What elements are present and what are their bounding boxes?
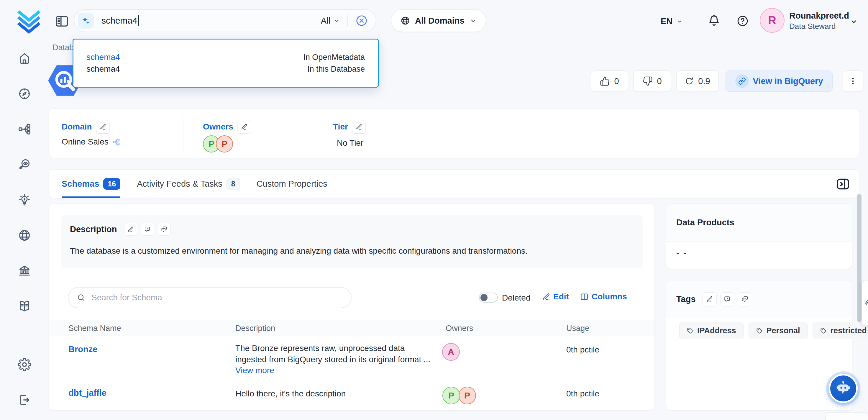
user-menu-chevron[interactable] bbox=[849, 17, 858, 26]
suggestion-item[interactable]: schema4 In OpenMetadata bbox=[86, 51, 365, 63]
domain-value[interactable]: Online Sales bbox=[62, 137, 108, 147]
schema-name-link[interactable]: Bronze bbox=[68, 344, 97, 354]
edit-description-button[interactable] bbox=[124, 223, 137, 236]
tags-title: Tags bbox=[676, 294, 696, 304]
schema-search-box[interactable] bbox=[68, 287, 351, 308]
columns-config-button[interactable]: Columns bbox=[580, 292, 627, 301]
pencil-icon bbox=[127, 226, 134, 233]
downvote-count: 0 bbox=[657, 77, 661, 86]
quality-score-button[interactable]: 0.9 bbox=[676, 70, 718, 92]
tag-chip[interactable]: restricted bbox=[812, 322, 868, 339]
upvote-button[interactable]: 0 bbox=[591, 70, 628, 92]
tags-card: Tags IPAddress Personal restricted bbox=[666, 280, 852, 411]
tier-value: No Tier bbox=[337, 138, 363, 148]
request-tags-button[interactable] bbox=[720, 292, 734, 306]
sidebar-item-glossary[interactable] bbox=[18, 299, 32, 313]
quality-score-value: 0.9 bbox=[698, 77, 710, 86]
edit-tags-button[interactable] bbox=[703, 292, 717, 306]
owner-avatar[interactable]: P bbox=[458, 387, 476, 404]
help-button[interactable] bbox=[736, 14, 749, 27]
downvote-button[interactable]: 0 bbox=[633, 70, 671, 92]
column-header[interactable]: Schema Name bbox=[68, 324, 121, 333]
bank-icon bbox=[18, 264, 31, 277]
chat-bot-button[interactable] bbox=[829, 374, 858, 403]
compass-icon bbox=[18, 87, 31, 100]
sidebar-item-home[interactable] bbox=[18, 51, 32, 65]
chat-bubbles-icon bbox=[741, 296, 749, 303]
all-domains-label: All Domains bbox=[415, 16, 465, 26]
kebab-icon bbox=[848, 77, 857, 86]
tab-schemas[interactable]: Schemas 16 bbox=[62, 169, 120, 198]
sidebar-item-insights[interactable] bbox=[18, 193, 32, 207]
app-root: schema4 All All Domains EN R Rounakpreet… bbox=[0, 0, 868, 420]
upvote-count: 0 bbox=[614, 77, 619, 86]
sidebar-item-govern[interactable] bbox=[18, 264, 32, 278]
deleted-toggle-label: Deleted bbox=[502, 293, 531, 303]
tag-chip-label: restricted bbox=[831, 326, 867, 335]
search-suggestions-dropdown: schema4 In OpenMetadata schema4 In this … bbox=[72, 39, 379, 88]
search-scope-select[interactable]: All bbox=[321, 16, 340, 26]
tab-label: Schemas bbox=[62, 179, 99, 189]
owner-avatar-initial: P bbox=[209, 139, 214, 149]
sidebar-toggle-icon[interactable] bbox=[54, 13, 70, 29]
notifications-button[interactable] bbox=[707, 14, 721, 27]
tag-chip[interactable]: IPAddress bbox=[679, 322, 744, 339]
ai-sparkle-icon[interactable] bbox=[78, 13, 94, 29]
globe-icon bbox=[18, 229, 31, 242]
suggestion-item[interactable]: schema4 In this Database bbox=[86, 63, 365, 75]
tab-activity-feeds[interactable]: Activity Feeds & Tasks 8 bbox=[137, 169, 240, 198]
search-input[interactable]: schema4 bbox=[101, 15, 321, 26]
more-actions-button[interactable] bbox=[843, 70, 863, 92]
data-products-title: Data Products bbox=[676, 218, 734, 228]
all-domains-filter[interactable]: All Domains bbox=[391, 9, 486, 32]
openmetadata-logo[interactable] bbox=[15, 6, 43, 35]
columns-config-label: Columns bbox=[592, 292, 627, 301]
user-menu[interactable]: Rounakpreet.d Data Steward bbox=[789, 10, 849, 31]
sidebar-item-observability[interactable] bbox=[18, 157, 32, 172]
column-header[interactable]: Usage bbox=[566, 324, 589, 333]
search-clear-button[interactable] bbox=[355, 14, 368, 27]
sidebar-item-logout[interactable] bbox=[18, 393, 32, 407]
column-header[interactable]: Owners bbox=[446, 324, 473, 333]
request-description-button[interactable] bbox=[141, 223, 154, 236]
conversations-icon-button[interactable] bbox=[158, 223, 171, 236]
language-value: EN bbox=[661, 17, 673, 26]
view-more-link[interactable]: View more bbox=[235, 366, 430, 375]
breadcrumb[interactable]: Datab bbox=[53, 43, 74, 52]
expand-right-panel-button[interactable] bbox=[835, 176, 850, 192]
language-selector[interactable]: EN bbox=[661, 15, 683, 28]
sidebar-item-platform[interactable] bbox=[18, 122, 32, 136]
tab-custom-properties[interactable]: Custom Properties bbox=[257, 169, 328, 198]
global-search-bar[interactable]: schema4 All bbox=[74, 9, 376, 32]
sidebar-item-settings[interactable] bbox=[18, 357, 32, 371]
gear-icon bbox=[18, 358, 31, 371]
tag-icon bbox=[687, 327, 694, 334]
collapsed-side-widget[interactable] bbox=[862, 281, 868, 326]
edit-domain-button[interactable] bbox=[96, 120, 110, 133]
suggestion-context: In this Database bbox=[307, 65, 365, 74]
flow-icon bbox=[18, 122, 31, 136]
columns-icon bbox=[580, 292, 589, 301]
tag-chip[interactable]: Personal bbox=[749, 322, 808, 339]
owner-avatar[interactable]: P bbox=[216, 136, 233, 152]
owner-avatar[interactable]: P bbox=[442, 387, 460, 404]
sidebar-item-domains[interactable] bbox=[18, 228, 32, 242]
view-in-bigquery-button[interactable]: View in BigQuery bbox=[725, 70, 833, 92]
edit-owners-button[interactable] bbox=[238, 120, 251, 133]
sidebar-divider bbox=[11, 336, 38, 336]
sidebar-item-explore[interactable] bbox=[18, 87, 32, 101]
tags-conversations-button[interactable] bbox=[738, 292, 752, 306]
page-scrollbar[interactable] bbox=[857, 194, 862, 322]
column-header[interactable]: Description bbox=[235, 324, 275, 333]
schema-search-input[interactable] bbox=[91, 293, 343, 303]
owner-avatar[interactable]: A bbox=[442, 343, 460, 361]
deleted-toggle[interactable] bbox=[479, 293, 498, 303]
schema-name-link[interactable]: dbt_jaffle bbox=[68, 388, 106, 398]
tags-header: Tags bbox=[666, 280, 852, 318]
user-avatar[interactable]: R bbox=[760, 8, 784, 33]
entity-tab-bar: Schemas 16 Activity Feeds & Tasks 8 Cust… bbox=[49, 169, 859, 198]
comment-question-icon bbox=[723, 296, 731, 303]
edit-tier-button[interactable] bbox=[352, 120, 366, 133]
owner-avatar-initial: P bbox=[464, 390, 470, 400]
edit-table-button[interactable]: Edit bbox=[542, 292, 569, 301]
